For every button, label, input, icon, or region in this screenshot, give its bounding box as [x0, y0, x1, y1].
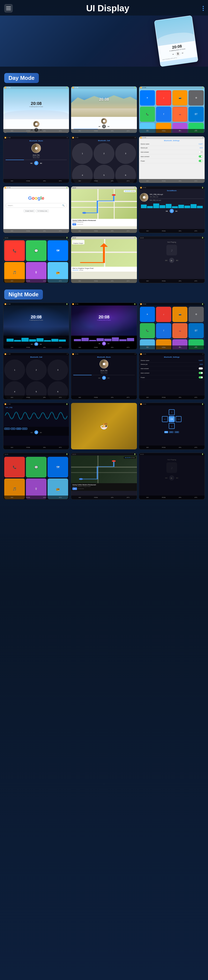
bt-music-screen[interactable]: 📶 17:45 ✕ Bluetooth_Music Music Title Mu… [3, 136, 69, 183]
dial-2[interactable]: 2 [94, 143, 114, 164]
night-call-close[interactable]: ✕ [67, 353, 68, 355]
day-music-screen-2[interactable]: 📶 17:44 🔋 20:08 ⏮ ⏸ ⏭ [71, 86, 137, 133]
menu-button[interactable] [4, 4, 13, 13]
night-cp-maps[interactable]: 🗺 [47, 457, 68, 477]
night-bt-settings[interactable]: 📶 17:45 ✕ Bluetooth_Settings Device name… [139, 353, 205, 399]
nav-up[interactable]: ↑ [169, 409, 175, 415]
nav-right[interactable]: → [175, 416, 181, 422]
day-mode-row2: 📶 17:45 ✕ Bluetooth_Music Music Title Mu… [0, 136, 208, 183]
auto-answer-row[interactable]: Auto answer [139, 150, 205, 154]
night-food-screen[interactable] [71, 403, 137, 450]
night-eq-screen[interactable]: 📶 17:44 🔋 华年_环绕 ROCK POP JAZZ BASS [3, 403, 69, 450]
google-search-bar[interactable]: Search... 🔍 [6, 203, 67, 208]
night-mode-row4: 18:20 🔋 📞 💬 🗺 🎵 🎙 📻 NAVI PHONE APPs APTS [0, 453, 208, 500]
power-row[interactable]: Power [139, 159, 205, 163]
night-app-photos[interactable]: 📷 [172, 307, 188, 322]
night-eq-topbar: 📶 17:44 🔋 [3, 403, 69, 406]
night-auto-connect[interactable]: Auto connect [139, 371, 205, 375]
night-home-topbar: 📶 17:44 🔋 [139, 303, 205, 305]
bottom-nav-google: NAVI PHONE APPs APTS [3, 229, 69, 233]
nav-dots[interactable] [203, 6, 204, 11]
night-auto-answer[interactable]: Auto answer [139, 366, 205, 371]
map-nav-screen[interactable]: 18:20 🔋 18:16 ETA 9.4 km Sunny [71, 186, 137, 233]
night-nav-arrows[interactable]: 📶 17:44 🔋 ↑ ← OK → ↓ BT Wi [139, 403, 205, 450]
cp-maps[interactable]: 🗺 [47, 240, 68, 261]
nav-left[interactable]: ← [162, 416, 168, 422]
app-music-icon[interactable]: ♪ [156, 90, 171, 106]
night-dial-3[interactable]: 3 [47, 360, 68, 380]
night-cp-phone[interactable]: 📞 [4, 457, 25, 477]
night-app-bt[interactable]: BT [189, 323, 204, 339]
mode-wifi[interactable]: WiFi [169, 431, 173, 433]
google-screen[interactable]: 📶 17:44 🔋 Google Search... 🔍 Google Sear… [3, 186, 69, 233]
night-music-1[interactable]: 📶 17:44 🔋 20:08 A walking piece of music [3, 303, 69, 350]
night-power-toggle[interactable] [199, 376, 203, 379]
cp-messages[interactable]: 💬 [26, 240, 46, 261]
night-dial-2[interactable]: 2 [26, 360, 47, 380]
screen-topbar-1: 📶 17:44 🔋 [3, 86, 69, 89]
night-auto-connect-toggle[interactable] [199, 372, 203, 374]
night-auto-answer-toggle[interactable] [199, 368, 203, 369]
night-app-music[interactable]: ♪ [156, 307, 171, 322]
dial-3[interactable]: 3 [115, 143, 136, 164]
night-go-btn[interactable]: GO [72, 487, 77, 490]
night-cp-messages[interactable]: 💬 [26, 457, 46, 477]
go-button[interactable]: GO [72, 223, 76, 226]
night-power[interactable]: Power [139, 375, 205, 380]
google-search-btn[interactable]: Google Search [24, 210, 35, 212]
app-bt[interactable]: BT [189, 107, 204, 122]
bottom-nav-1: NAVI PHONE APPs APTS [3, 129, 69, 133]
app-facebook[interactable]: f [156, 107, 171, 122]
bottom-nav-ncp: NAVI PHONE APPs APTS [3, 496, 69, 500]
app-vehicle[interactable]: 🚗 [172, 107, 188, 122]
auto-answer-toggle[interactable] [199, 151, 203, 153]
night-app-settings[interactable]: ⚙ [189, 307, 204, 322]
app-viber[interactable]: 📞 [140, 107, 155, 122]
auto-connect-toggle[interactable] [199, 155, 203, 158]
app-settings[interactable]: ⚙ [189, 90, 204, 106]
night-play-btn[interactable]: ▶ [169, 475, 174, 480]
google-lucky-btn[interactable]: I'm Feeling Lucky [36, 210, 49, 212]
night-mode-row3: 📶 17:44 🔋 华年_环绕 ROCK POP JAZZ BASS [0, 403, 208, 450]
carplay-apps[interactable]: 18:20 🔋 📞 💬 🗺 🎵 🎙 📻 NAVI PHONE APPs APTS [3, 236, 69, 283]
nav-down[interactable]: ↓ [169, 423, 175, 429]
night-carplay-apps[interactable]: 18:20 🔋 📞 💬 🗺 🎵 🎙 📻 NAVI PHONE APPs APTS [3, 453, 69, 500]
now-playing-screen[interactable]: 18:20 🔋 Not Playing ♪ ⏮ ▶ ⏭ NAVI PHONE A… [139, 236, 205, 283]
night-home-screen[interactable]: 📶 17:44 🔋 ✈ ♪ 📷 ⚙ 📞 f 🚗 BT W ♫ ▶ W NAVI … [139, 303, 205, 350]
bt-settings-close[interactable]: ✕ [202, 137, 203, 138]
night-music-close[interactable]: ✕ [135, 353, 136, 355]
local-music-topbar: 📶 17:44 🔋 [139, 186, 205, 189]
auto-connect-row[interactable]: Auto connect [139, 154, 205, 159]
local-music-screen[interactable]: 📶 17:44 🔋 SocialMusic 华年_环绕_309.mp3 华年_环… [139, 186, 205, 233]
night-bt-music[interactable]: 📶 17:45 ✕ Bluetooth_Music Music Title Mu… [71, 353, 137, 399]
night-settings-close[interactable]: ✕ [202, 353, 203, 355]
night-app-viber[interactable]: 📞 [140, 323, 155, 339]
night-dial-1[interactable]: 1 [4, 360, 25, 380]
night-app-fb[interactable]: f [156, 323, 171, 339]
nav-turn-screen[interactable]: 18:20 🔋 ↑ Singleton Tongue Start on Sing… [71, 236, 137, 283]
day-music-screen-1[interactable]: 📶 17:44 🔋 20:08 A walking piece of music… [3, 86, 69, 133]
app-photos[interactable]: 📷 [172, 90, 188, 106]
mode-bt[interactable]: BT [164, 431, 168, 433]
night-music-2[interactable]: 📶 17:44 🔋 20:08 A walking piece of music [71, 303, 137, 350]
night-bt-call[interactable]: 📶 17:45 ✕ Bluetooth_Call 1 2 3 4 5 6 7 8… [3, 353, 69, 399]
bottom-nav-nm2: NAVI PHONE APPs APTS [71, 345, 137, 349]
day-mode-row3: 📶 17:44 🔋 Google Search... 🔍 Google Sear… [0, 186, 208, 233]
bt-call-close[interactable]: ✕ [135, 137, 136, 138]
bt-music-close[interactable]: ✕ [67, 137, 68, 138]
app-telegram[interactable]: ✈ [140, 90, 155, 106]
night-nav-map[interactable]: 18:20 🔋 18:16 ETA 9.4 km Sunny Coffee Mo… [71, 453, 137, 500]
bt-settings-screen[interactable]: 📶 17:45 ✕ Bluetooth_Settings Device name… [139, 136, 205, 183]
bt-call-screen[interactable]: 📶 17:45 ✕ Bluetooth_Call 1 2 3 4 5 6 7 8… [71, 136, 137, 183]
night-app-vehicle[interactable]: 🚗 [172, 323, 188, 339]
dial-1[interactable]: 1 [72, 143, 93, 164]
night-app-telegram[interactable]: ✈ [140, 307, 155, 322]
bottom-nav-call: NAVI PHONE APPs APTS [71, 179, 137, 183]
power-toggle[interactable] [199, 160, 203, 162]
day-home-screen[interactable]: 📶 17:44 🔋 ✈ ♪ 📷 ⚙ 📞 f 🚗 BT W ♫ ▶ W NAVI … [139, 86, 205, 133]
cp-phone[interactable]: 📞 [4, 240, 25, 261]
mode-usb[interactable]: USB [175, 431, 179, 433]
night-not-playing[interactable]: 18:20 🔋 Not Playing ♪ ⏮ ▶ ⏭ NAVI PHONE A… [139, 453, 205, 500]
night-music-topbar-2: 📶 17:44 🔋 [71, 303, 137, 305]
nav-ok[interactable]: OK [169, 416, 175, 422]
